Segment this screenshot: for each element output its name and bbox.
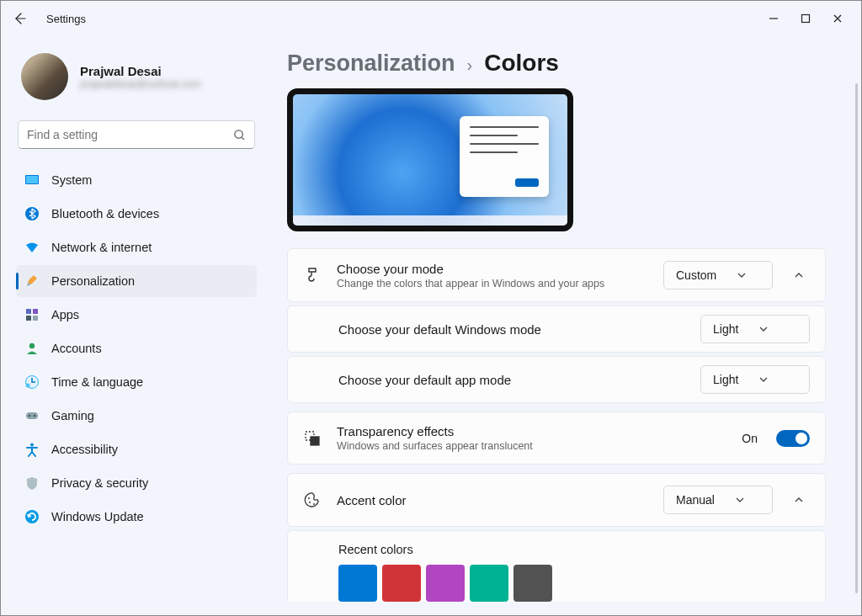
sidebar-item-accessibility[interactable]: Accessibility — [16, 433, 257, 465]
mode-desc: Change the colors that appear in Windows… — [337, 278, 648, 289]
recent-colors-label: Recent colors — [338, 543, 810, 556]
windows-mode-select[interactable]: Light — [700, 315, 810, 343]
accent-select[interactable]: Manual — [663, 486, 773, 514]
color-swatch[interactable] — [470, 565, 508, 602]
color-swatch[interactable] — [338, 565, 377, 602]
minimize-button[interactable] — [767, 12, 780, 25]
sidebar-item-apps[interactable]: Apps — [16, 299, 257, 331]
transparency-title: Transparency effects — [337, 424, 726, 438]
recent-colors-section: Recent colors — [287, 530, 826, 602]
theme-preview — [287, 88, 573, 231]
sidebar-item-label: System — [51, 173, 92, 187]
app-mode-select[interactable]: Light — [700, 365, 810, 394]
search-box[interactable] — [18, 120, 255, 149]
window-title: Settings — [46, 13, 86, 25]
sidebar-item-system[interactable]: System — [16, 164, 257, 196]
svg-line-3 — [242, 137, 244, 140]
svg-point-21 — [308, 497, 310, 499]
avatar — [21, 53, 68, 100]
transparency-toggle[interactable] — [776, 430, 810, 447]
color-swatch[interactable] — [513, 565, 552, 602]
main-panel: Personalization › Colors Choose your mod… — [269, 50, 859, 602]
time-icon — [24, 374, 40, 390]
svg-rect-10 — [33, 316, 38, 321]
transparency-section: Transparency effects Windows and surface… — [287, 412, 826, 465]
search-input[interactable] — [27, 128, 233, 141]
app-mode-label: Choose your default app mode — [338, 373, 685, 387]
sidebar-item-privacy[interactable]: Privacy & security — [16, 467, 257, 499]
maximize-button[interactable] — [799, 12, 812, 25]
sidebar-item-label: Windows Update — [51, 510, 144, 523]
sidebar-item-label: Time & language — [51, 375, 143, 389]
svg-point-13 — [26, 384, 30, 388]
svg-point-17 — [30, 443, 34, 447]
mode-value: Custom — [676, 268, 716, 282]
scrollbar[interactable] — [855, 83, 858, 593]
chevron-down-icon — [735, 495, 745, 505]
transparency-icon — [303, 429, 322, 448]
chevron-right-icon: › — [467, 56, 473, 75]
sidebar-item-personalization[interactable]: Personalization — [16, 265, 257, 297]
sidebar-item-label: Apps — [51, 308, 79, 321]
windows-mode-label: Choose your default Windows mode — [338, 322, 685, 337]
network-icon — [24, 240, 40, 255]
svg-point-18 — [25, 510, 39, 523]
sidebar-item-label: Bluetooth & devices — [51, 207, 159, 220]
sidebar-item-label: Accounts — [51, 342, 102, 355]
transparency-desc: Windows and surfaces appear translucent — [337, 440, 726, 452]
svg-point-22 — [309, 502, 311, 503]
mode-title: Choose your mode — [337, 262, 648, 276]
search-icon — [233, 129, 246, 141]
svg-rect-14 — [26, 412, 38, 419]
choose-mode-section[interactable]: Choose your mode Change the colors that … — [287, 248, 826, 302]
svg-point-11 — [29, 343, 35, 348]
user-email: prajwaldesai@outlook.com — [80, 78, 201, 90]
sidebar-item-label: Gaming — [51, 409, 94, 422]
app-mode-value: Light — [713, 373, 738, 386]
windows-mode-row: Choose your default Windows mode Light — [287, 305, 826, 353]
gaming-icon — [24, 408, 40, 423]
windows-mode-value: Light — [713, 322, 738, 336]
accessibility-icon — [24, 442, 40, 457]
svg-rect-7 — [26, 309, 31, 314]
collapse-button[interactable] — [788, 489, 810, 511]
system-icon — [24, 173, 40, 188]
transparency-state: On — [742, 432, 758, 445]
color-swatch[interactable] — [426, 565, 465, 602]
sidebar-item-label: Personalization — [51, 274, 135, 288]
chevron-down-icon — [758, 374, 769, 385]
svg-rect-9 — [26, 316, 31, 321]
accent-section[interactable]: Accent color Manual — [287, 473, 826, 527]
privacy-icon — [24, 475, 40, 491]
bluetooth-icon — [24, 206, 40, 221]
sidebar-item-network[interactable]: Network & internet — [16, 231, 257, 263]
svg-rect-8 — [33, 309, 38, 314]
breadcrumb-parent[interactable]: Personalization — [287, 50, 455, 77]
apps-icon — [24, 307, 40, 322]
mode-select[interactable]: Custom — [663, 261, 773, 289]
chevron-down-icon — [737, 270, 747, 280]
recent-colors-list — [338, 565, 810, 602]
preview-window — [460, 116, 549, 197]
svg-rect-20 — [311, 437, 319, 445]
sidebar-item-label: Privacy & security — [51, 476, 148, 490]
user-name: Prajwal Desai — [80, 64, 201, 78]
sidebar-item-label: Network & internet — [51, 241, 152, 254]
svg-point-15 — [29, 415, 31, 417]
update-icon — [24, 509, 40, 524]
page-title: Colors — [484, 50, 559, 77]
back-button[interactable] — [8, 12, 31, 25]
sidebar-item-bluetooth[interactable]: Bluetooth & devices — [16, 198, 257, 230]
close-button[interactable] — [831, 12, 844, 25]
accent-value: Manual — [676, 493, 715, 507]
sidebar-item-update[interactable]: Windows Update — [16, 501, 257, 533]
svg-rect-1 — [802, 15, 810, 23]
app-mode-row: Choose your default app mode Light — [287, 356, 826, 403]
sidebar-item-accounts[interactable]: Accounts — [16, 332, 257, 364]
color-swatch[interactable] — [382, 565, 421, 602]
collapse-button[interactable] — [788, 264, 810, 286]
svg-rect-5 — [26, 176, 38, 183]
sidebar-item-time[interactable]: Time & language — [16, 366, 257, 398]
sidebar-item-gaming[interactable]: Gaming — [16, 400, 257, 432]
user-profile[interactable]: Prajwal Desai prajwaldesai@outlook.com — [16, 50, 257, 112]
